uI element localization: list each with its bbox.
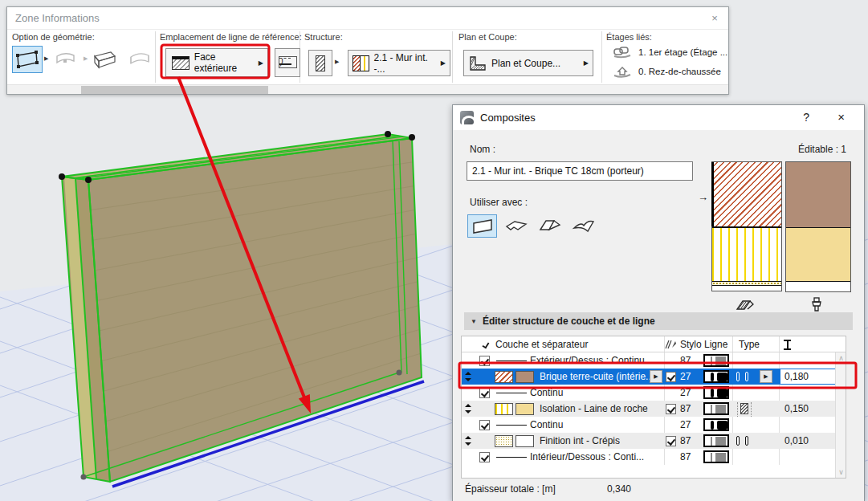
use-with-wall-button[interactable] (467, 214, 497, 238)
edit-structure-section-header[interactable]: ▼ Éditer structure de couche et de ligne (464, 312, 853, 330)
linked-story-top-label: 1. 1er étage (Étage ... (638, 47, 727, 57)
structure-flyout-arrow-icon[interactable]: ▶ (335, 59, 339, 65)
home-story-icon (613, 65, 632, 78)
pen-preview-icon[interactable] (703, 402, 729, 415)
surface-paint-icon (809, 296, 824, 312)
exterior-face-icon (172, 56, 189, 70)
type-column-header: Type (739, 336, 760, 352)
pen-preview-icon[interactable] (703, 434, 729, 447)
separator-name: Continu (530, 417, 563, 433)
toolbar-scrollbar[interactable] (7, 84, 728, 94)
pen-preview-icon[interactable] (703, 418, 729, 431)
row-reorder-spinner[interactable] (464, 404, 471, 413)
reference-line-value: Face extérieure (194, 51, 255, 74)
use-with-slab-button[interactable] (501, 214, 531, 238)
name-label: Nom : (470, 144, 495, 155)
scroll-down-icon[interactable]: ∨ (836, 468, 846, 476)
insulation-color-swatch[interactable] (516, 403, 534, 415)
wall-straight-geometry-button[interactable] (12, 46, 43, 73)
table-row[interactable]: Isolation - Laine de roche 87 0,150 (462, 401, 836, 417)
pen-number: 87 (680, 401, 691, 417)
table-row[interactable]: Continu 27 (462, 385, 836, 401)
pen-number: 87 (680, 449, 691, 465)
table-scrollbar[interactable]: ∧ ∨ (835, 352, 846, 478)
table-header: Couche et séparateur Stylo Ligne Type (462, 336, 846, 352)
basic-wall-icon (316, 55, 325, 71)
table-row-selected[interactable]: Brique terre-cuite (intérie... ▶ 27 ▶ 0,… (462, 369, 836, 385)
pen-preview-icon[interactable] (703, 354, 729, 367)
plaster-surface-color (786, 228, 850, 281)
table-row[interactable]: Extérieur/Dessus : Continu 87 (462, 352, 836, 369)
linked-story-top[interactable]: 1. 1er étage (Étage ... (613, 46, 727, 59)
pen-preview-icon[interactable] (703, 386, 729, 399)
toolbar-scrollbar-thumb[interactable] (81, 86, 268, 94)
thickness-value: 0,150 (784, 401, 809, 417)
geometry-flyout-arrow-icon[interactable]: ▶ (44, 55, 48, 62)
plaster-pattern-swatch[interactable] (495, 435, 513, 447)
archicad-app-icon (460, 111, 474, 124)
separator-checkbox[interactable] (479, 420, 490, 430)
surface-preview[interactable] (785, 161, 851, 292)
dropdown-arrow-icon: ▶ (437, 59, 450, 67)
help-icon[interactable]: ? (803, 111, 809, 124)
flip-reference-side-button[interactable]: ⟩ (275, 48, 300, 77)
reference-line-dropdown[interactable]: Face extérieure ▶ (165, 48, 268, 77)
use-with-shell-button[interactable] (568, 214, 598, 238)
use-with-roof-button[interactable] (535, 214, 564, 238)
pen-column-header: Stylo Ligne (680, 336, 727, 352)
wall-box-geometry-button[interactable] (89, 46, 120, 73)
thickness-input[interactable]: 0,180 (780, 369, 837, 384)
brick-surface-color (786, 162, 850, 228)
checkmark-header-icon (480, 339, 491, 349)
stories-section-label: Étages liés: (606, 32, 652, 42)
separator-checkbox[interactable] (479, 356, 490, 366)
pen-preview-icon[interactable] (703, 370, 729, 383)
line-type-sample (496, 393, 527, 393)
pen-preview-icon[interactable] (703, 450, 729, 463)
layer-name: Isolation - Laine de roche (540, 401, 648, 417)
scroll-up-icon[interactable]: ∧ (836, 354, 846, 362)
wall-curved-box-geometry-button[interactable] (124, 46, 155, 73)
separator-name: Intérieur/Dessous : Conti... (530, 449, 644, 465)
layer-visibility-checkbox[interactable] (666, 372, 676, 382)
brick-pattern-swatch[interactable] (495, 371, 513, 383)
structure-type-button[interactable] (308, 50, 332, 76)
collapse-arrow-icon: ▼ (471, 318, 477, 325)
brick-color-swatch[interactable] (516, 371, 534, 383)
pen-number: 27 (680, 369, 691, 385)
dropdown-arrow-icon: ▶ (580, 59, 593, 67)
geometry-flyout-arrow-icon[interactable]: ▶ (84, 55, 88, 62)
linked-story-home-label: 0. Rez-de-chaussée (638, 67, 721, 76)
separator-checkbox[interactable] (479, 452, 490, 462)
separator-name: Continu (530, 385, 563, 401)
curved-box-wall-icon (127, 49, 153, 70)
layer-name: Brique terre-cuite (intérie... (540, 369, 654, 385)
material-dropdown-button[interactable]: ▶ (650, 370, 662, 383)
brick-fill-pattern (712, 162, 781, 228)
insulation-pattern-swatch[interactable] (495, 403, 513, 415)
separator-checkbox[interactable] (479, 388, 490, 398)
cut-fill-preview[interactable] (711, 161, 782, 291)
close-icon[interactable]: × (837, 110, 845, 124)
table-row[interactable]: Continu 27 (462, 417, 836, 433)
table-row[interactable]: Intérieur/Dessous : Conti... 87 (462, 449, 836, 465)
table-row[interactable]: Finition int - Crépis 87 0,010 (462, 433, 836, 449)
layer-visibility-checkbox[interactable] (666, 404, 676, 414)
row-reorder-spinner[interactable] (464, 372, 471, 381)
linked-story-home[interactable]: 0. Rez-de-chaussée (613, 65, 721, 78)
composite-name-input[interactable] (467, 161, 693, 181)
reference-section-label: Emplacement de ligne de référence: (160, 32, 302, 42)
pen-number: 87 (680, 433, 691, 449)
wall-tool-icon (471, 218, 494, 234)
plan-coupe-dropdown[interactable]: Plan et Coupe... ▶ (463, 50, 593, 76)
composite-dropdown[interactable]: 2.1 - Mur int. -... ▶ (348, 50, 450, 76)
dialog-titlebar[interactable]: Composites (453, 105, 864, 130)
toolbar-close-icon[interactable]: × (707, 11, 722, 26)
layer-visibility-checkbox[interactable] (666, 436, 676, 446)
plaster-color-swatch[interactable] (516, 435, 534, 447)
straight-wall-icon (15, 50, 39, 69)
type-dropdown-button[interactable]: ▶ (760, 370, 772, 383)
wall-curved-geometry-button[interactable] (51, 46, 81, 73)
row-reorder-spinner[interactable] (464, 436, 471, 446)
composites-dialog: Composites ? × Nom : Éditable : 1 Utilis… (452, 104, 865, 501)
